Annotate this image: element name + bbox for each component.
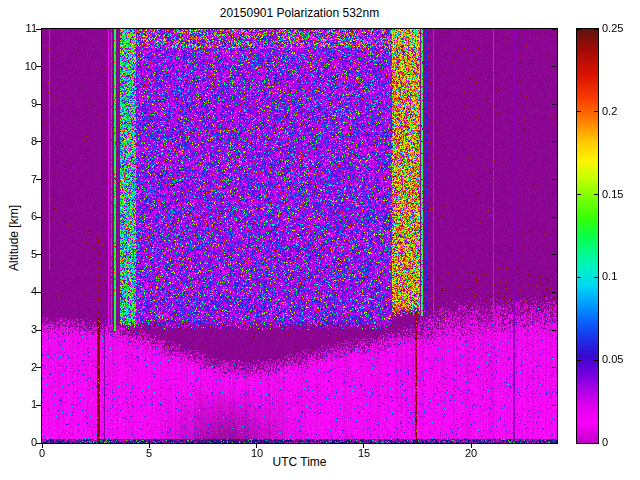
y-tick-mark-right — [552, 141, 556, 142]
colorbar-tick-label: 0.25 — [602, 22, 623, 35]
y-tick-label: 10 — [0, 60, 37, 73]
colorbar-tick-label: 0 — [602, 436, 608, 449]
y-tick-mark-right — [552, 254, 556, 255]
y-tick-mark-right — [552, 405, 556, 406]
x-tick-label: 5 — [129, 447, 169, 460]
colorbar — [576, 28, 599, 444]
colorbar-tick-mark — [577, 277, 581, 278]
y-tick-label: 4 — [0, 285, 37, 298]
x-tick-label: 20 — [451, 447, 491, 460]
colorbar-tick-mark — [577, 443, 581, 444]
colorbar-tick-label: 0.15 — [602, 188, 623, 201]
colorbar-tick-mark — [577, 29, 581, 30]
y-tick-mark-right — [552, 29, 556, 30]
y-tick-label: 3 — [0, 323, 37, 336]
y-tick-mark-right — [552, 179, 556, 180]
y-tick-label: 2 — [0, 361, 37, 374]
y-tick-label: 6 — [0, 210, 37, 223]
chart-title: 20150901 Polarization 532nm — [42, 6, 557, 20]
y-tick-label: 11 — [0, 22, 37, 35]
colorbar-tick-label: 0.05 — [602, 353, 623, 366]
y-tick-mark-right — [552, 292, 556, 293]
y-tick-label: 8 — [0, 135, 37, 148]
y-tick-mark-right — [552, 443, 556, 444]
colorbar-tick-mark — [577, 360, 581, 361]
colorbar-tick-label: 0.1 — [602, 270, 617, 283]
colorbar-tick-mark — [594, 29, 598, 30]
y-tick-label: 5 — [0, 248, 37, 261]
colorbar-tick-mark — [594, 360, 598, 361]
figure-window: 20150901 Polarization 532nm UTC Time Alt… — [0, 0, 640, 480]
colorbar-tick-label: 0.2 — [602, 105, 617, 118]
y-tick-mark-right — [552, 217, 556, 218]
y-tick-label: 1 — [0, 398, 37, 411]
plot-area — [41, 28, 558, 444]
colorbar-tick-mark — [594, 277, 598, 278]
colorbar-tick-mark — [594, 194, 598, 195]
y-tick-mark-right — [552, 367, 556, 368]
x-tick-label: 10 — [237, 447, 277, 460]
colorbar-tick-mark — [594, 111, 598, 112]
heatmap-canvas — [42, 29, 557, 443]
y-tick-label: 7 — [0, 173, 37, 186]
x-tick-label: 15 — [344, 447, 384, 460]
y-tick-mark-right — [552, 66, 556, 67]
y-tick-mark-right — [552, 104, 556, 105]
colorbar-tick-mark — [577, 111, 581, 112]
y-tick-label: 0 — [0, 436, 37, 449]
y-tick-label: 9 — [0, 97, 37, 110]
colorbar-canvas — [577, 29, 598, 443]
y-tick-mark-right — [552, 330, 556, 331]
colorbar-tick-mark — [594, 443, 598, 444]
colorbar-tick-mark — [577, 194, 581, 195]
